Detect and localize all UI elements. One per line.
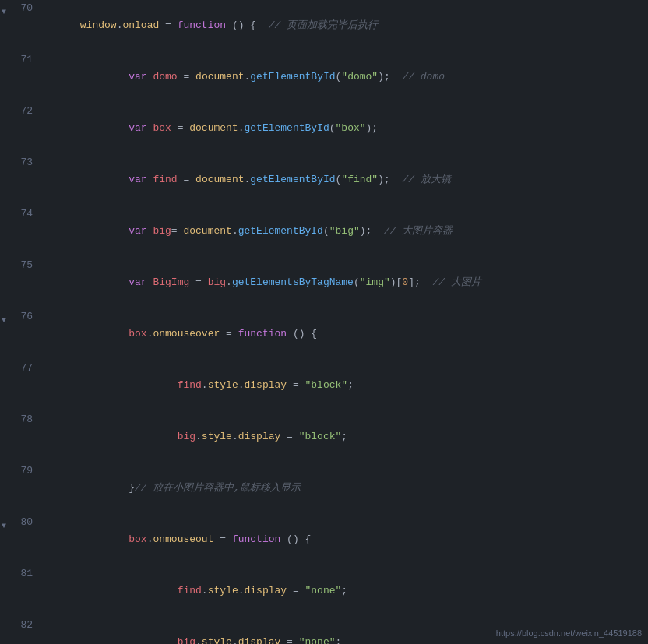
line-number-col-80: ▼ 80 (0, 514, 37, 531)
line-number-col-74: 74 (0, 206, 37, 223)
line-number-col-71: 71 (0, 51, 37, 69)
line-number-79: 79 (11, 463, 33, 480)
line-content-77: find.style.display = "block"; (37, 360, 648, 411)
line-content-73: var find = document.getElementById("find… (37, 154, 648, 206)
code-editor: ▼ 70 window.onload = function () { // 页面… (0, 0, 648, 644)
line-number-73: 73 (11, 154, 33, 171)
code-line-70: ▼ 70 window.onload = function () { // 页面… (0, 0, 648, 51)
code-line-71: 71 var domo = document.getElementById("d… (0, 51, 648, 103)
line-number-71: 71 (11, 51, 33, 69)
code-line-79: 79 }// 放在小图片容器中,鼠标移入显示 (0, 463, 648, 514)
line-content-70: window.onload = function () { // 页面加载完毕后… (37, 0, 648, 51)
code-line-80: ▼ 80 box.onmouseout = function () { (0, 514, 648, 565)
line-content-76: box.onmouseover = function () { (37, 308, 648, 360)
line-number-col-72: 72 (0, 103, 37, 120)
line-number-72: 72 (11, 103, 33, 120)
line-number-col-82: 82 (0, 617, 37, 634)
line-number-77: 77 (11, 360, 33, 377)
code-line-77: 77 find.style.display = "block"; (0, 360, 648, 411)
line-content-78: big.style.display = "block"; (37, 411, 648, 463)
line-content-72: var box = document.getElementById("box")… (37, 103, 648, 154)
line-number-74: 74 (11, 206, 33, 223)
fold-arrow-70[interactable]: ▼ (2, 4, 6, 21)
line-number-80: 80 (11, 514, 33, 531)
line-number-76: 76 (11, 308, 33, 326)
line-content-81: find.style.display = "none"; (37, 565, 648, 617)
code-line-73: 73 var find = document.getElementById("f… (0, 154, 648, 206)
line-number-col-79: 79 (0, 463, 37, 480)
line-content-74: var big= document.getElementById("big");… (37, 206, 648, 257)
line-number-75: 75 (11, 257, 33, 274)
fold-arrow-80[interactable]: ▼ (2, 518, 6, 535)
line-number-col-73: 73 (0, 154, 37, 171)
line-content-79: }// 放在小图片容器中,鼠标移入显示 (37, 463, 648, 514)
line-content-71: var domo = document.getElementById("domo… (37, 51, 648, 103)
line-number-col-77: 77 (0, 360, 37, 377)
code-line-78: 78 big.style.display = "block"; (0, 411, 648, 463)
line-content-75: var BigImg = big.getElementsByTagName("i… (37, 257, 648, 308)
code-line-81: 81 find.style.display = "none"; (0, 565, 648, 617)
line-number-col-70: ▼ 70 (0, 0, 37, 17)
line-number-col-76: ▼ 76 (0, 308, 37, 326)
line-number-col-81: 81 (0, 565, 37, 582)
line-content-80: box.onmouseout = function () { (37, 514, 648, 565)
fold-arrow-76[interactable]: ▼ (2, 312, 6, 329)
line-number-78: 78 (11, 411, 33, 428)
code-line-74: 74 var big= document.getElementById("big… (0, 206, 648, 257)
line-number-col-75: 75 (0, 257, 37, 274)
line-number-81: 81 (11, 565, 33, 582)
line-number-82: 82 (11, 617, 33, 634)
code-line-76: ▼ 76 box.onmouseover = function () { (0, 308, 648, 360)
line-number-col-78: 78 (0, 411, 37, 428)
code-line-75: 75 var BigImg = big.getElementsByTagName… (0, 257, 648, 308)
code-line-72: 72 var box = document.getElementById("bo… (0, 103, 648, 154)
watermark: https://blog.csdn.net/weixin_44519188 (496, 628, 642, 638)
line-number-70: 70 (11, 0, 33, 17)
